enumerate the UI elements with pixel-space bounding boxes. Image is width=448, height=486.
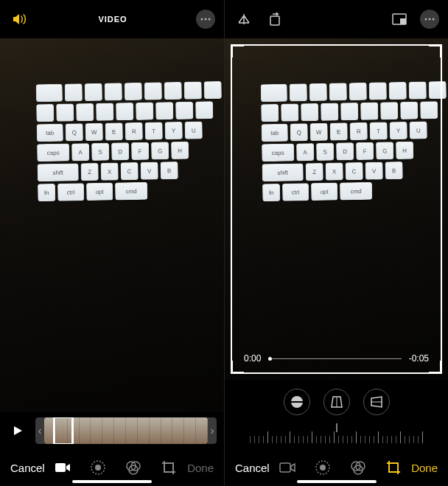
adjust-tab-icon[interactable] [314, 459, 332, 476]
svg-point-5 [95, 465, 101, 471]
svg-rect-3 [55, 463, 66, 472]
video-tab-icon[interactable] [54, 459, 71, 476]
crop-handle-tl[interactable] [231, 44, 244, 58]
cancel-button[interactable]: Cancel [235, 462, 270, 474]
filters-tab-icon[interactable] [125, 459, 142, 476]
trimmer: ‹ › [0, 412, 224, 449]
crop-tab-icon[interactable] [160, 459, 178, 476]
video-edit-screen: VIDEO tabQWERTYU capsASDFGH shiftZXCVB f… [0, 0, 224, 486]
crop-edit-screen: tabQWERTYU capsASDFGH shiftZXCVB fnctrlo… [224, 0, 448, 486]
crop-adjust-segment [225, 380, 448, 424]
vertical-perspective-button[interactable] [323, 389, 350, 415]
rotate-icon[interactable] [265, 9, 285, 29]
timecode-remaining: -0:05 [409, 353, 429, 364]
timecode-row: 0:00 -0:05 [244, 353, 429, 364]
flip-rotate-icon[interactable] [234, 9, 254, 29]
crop-handle-bl[interactable] [231, 361, 244, 374]
video-preview: tabQWERTYU capsASDFGH shiftZXCVB fnctrlo… [0, 38, 224, 412]
crop-overlay[interactable]: 0:00 -0:05 [231, 44, 442, 374]
aspect-ratio-icon[interactable] [389, 9, 410, 29]
preview-image: tabQWERTYU capsASDFGH shiftZXCVB fnctrlo… [0, 38, 224, 412]
straighten-button[interactable] [284, 389, 310, 415]
topbar: VIDEO [0, 0, 224, 38]
trimmer-track[interactable]: ‹ › [35, 417, 217, 444]
home-indicator[interactable] [72, 480, 152, 483]
crop-handle-br[interactable] [429, 361, 442, 374]
mode-title: VIDEO [98, 15, 127, 24]
timecode-current: 0:00 [244, 353, 261, 364]
svg-point-12 [425, 18, 427, 21]
home-indicator[interactable] [297, 480, 377, 483]
trim-handle-right[interactable]: › [208, 417, 217, 444]
svg-point-13 [429, 18, 431, 21]
svg-rect-9 [270, 16, 279, 25]
filters-tab-icon[interactable] [349, 459, 367, 476]
svg-point-2 [208, 18, 210, 21]
svg-rect-11 [400, 18, 406, 24]
more-icon[interactable] [420, 10, 439, 29]
svg-rect-19 [280, 463, 290, 472]
crop-tab-icon[interactable] [385, 459, 402, 476]
cancel-button[interactable]: Cancel [10, 462, 45, 474]
done-button[interactable]: Done [411, 462, 438, 474]
crop-preview[interactable]: tabQWERTYU capsASDFGH shiftZXCVB fnctrlo… [225, 38, 448, 380]
horizontal-perspective-button[interactable] [363, 389, 390, 415]
ruler-playhead[interactable] [336, 423, 337, 432]
crop-handle-tr[interactable] [429, 44, 442, 58]
video-progress[interactable] [268, 358, 401, 359]
svg-rect-16 [291, 401, 303, 403]
rotation-ruler[interactable] [225, 424, 448, 449]
svg-point-0 [200, 18, 203, 21]
video-tab-icon[interactable] [279, 459, 296, 476]
more-icon[interactable] [196, 10, 215, 29]
trim-playhead[interactable] [53, 417, 74, 444]
trim-handle-left[interactable]: ‹ [35, 417, 44, 444]
sound-icon[interactable] [9, 9, 29, 29]
topbar [225, 0, 448, 38]
svg-point-1 [204, 18, 206, 21]
play-button[interactable] [7, 420, 28, 441]
adjust-tab-icon[interactable] [89, 459, 107, 476]
svg-point-21 [320, 465, 326, 471]
svg-point-14 [433, 18, 435, 21]
done-button[interactable]: Done [187, 462, 214, 474]
